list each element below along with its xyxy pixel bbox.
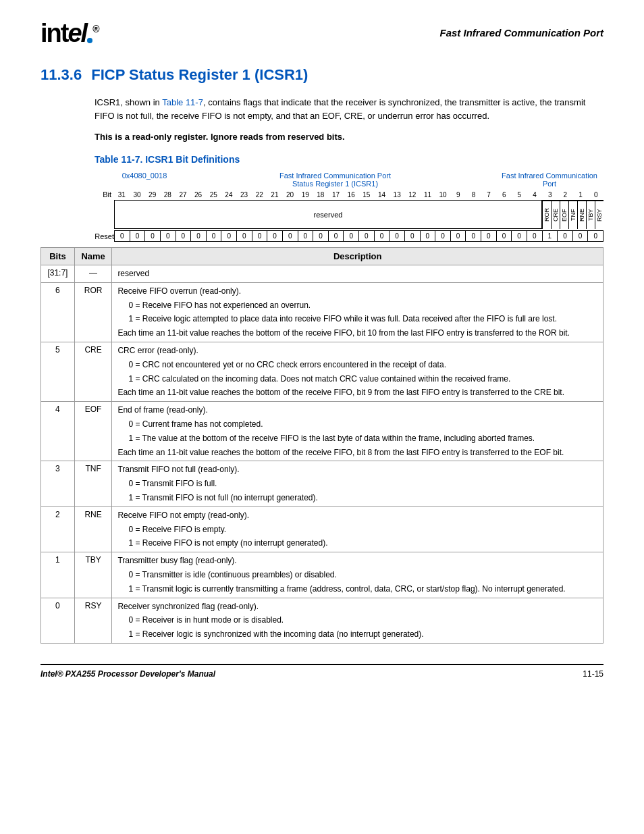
reset-value-cell: 0 — [451, 231, 466, 242]
desc-paragraph: 0 = CRC not encountered yet or no CRC ch… — [117, 359, 597, 371]
bit-number-row: Bit 313029282726252423222120191817161514… — [95, 190, 603, 199]
reset-value-cell: 0 — [329, 231, 344, 242]
reset-value-cell: 0 — [435, 231, 451, 242]
reg-named-bit-cell: RNE — [577, 201, 586, 229]
description-cell: Transmit FIFO not full (read-only).0 = T… — [112, 461, 603, 506]
reset-value-cell: 0 — [344, 231, 359, 242]
table-row: 2RNEReceive FIFO not empty (read-only).0… — [41, 506, 603, 552]
desc-paragraph: 0 = Receiver is in hunt mode or is disab… — [117, 615, 597, 626]
bit-number-cell: 6 — [496, 191, 512, 199]
desc-paragraph: Receive FIFO not empty (read-only). — [117, 510, 597, 521]
reset-value-cell: 0 — [252, 231, 268, 242]
bit-number-cell: 30 — [130, 191, 145, 199]
reg-named-bits: RORCREEOFTNFRNETBYRSY — [542, 201, 603, 229]
reset-value-cell: 0 — [405, 231, 421, 242]
reg-named-bit-cell: EOF — [560, 201, 568, 229]
name-cell: TNF — [74, 461, 112, 506]
description-cell: Receive FIFO overrun (read-only).0 = Rec… — [112, 282, 603, 342]
reset-value-cell: 0 — [313, 231, 329, 242]
reset-value-cell: 0 — [588, 231, 603, 242]
desc-paragraph: CRC error (read-only). — [117, 345, 597, 357]
description-cell: reserved — [112, 265, 603, 283]
name-cell: ROR — [74, 282, 112, 342]
section-title: FICP Status Register 1 (ICSR1) — [91, 66, 308, 83]
bit-number-cell: 26 — [190, 191, 206, 199]
reset-value-cell: 1 — [543, 231, 558, 242]
reg-named-bit-cell: RSY — [595, 201, 603, 229]
bits-cell: 4 — [41, 402, 75, 461]
reg-named-bit-cell: TBY — [586, 201, 595, 229]
desc-paragraph: 1 = CRC calculated on the incoming data.… — [117, 373, 597, 385]
reset-value-cell: 0 — [145, 231, 161, 242]
header-title: Fast Infrared Communication Port — [439, 20, 603, 38]
reset-value-cell: 0 — [267, 231, 283, 242]
desc-paragraph: Each time an 11-bit value reaches the bo… — [117, 328, 597, 339]
bit-number-cell: 9 — [450, 191, 466, 199]
reset-value-cell: 0 — [176, 231, 192, 242]
bold-note: This is a read-only register. Ignore rea… — [95, 132, 603, 142]
reg-header-row: 0x4080_0018 Fast Infrared Communication … — [95, 172, 603, 188]
bit-label: Bit — [95, 190, 111, 199]
reset-cells: 00000000000000000000000000001000 — [114, 230, 603, 242]
desc-paragraph: 0 = Transmitter is idle (continuous prea… — [117, 569, 597, 581]
bit-number-cell: 0 — [588, 191, 603, 199]
bit-number-cell: 15 — [359, 191, 375, 199]
reg-reserved: reserved — [115, 201, 542, 229]
bits-cell: 1 — [41, 552, 75, 598]
table-row: 0RSYReceiver synchronized flag (read-onl… — [41, 598, 603, 643]
reset-value-cell: 0 — [527, 231, 543, 242]
desc-paragraph: 1 = Receiver logic is synchronized with … — [117, 629, 597, 640]
bit-number-cell: 14 — [374, 191, 390, 199]
reset-value-cell: 0 — [573, 231, 589, 242]
desc-paragraph: 1 = Receive FIFO is not empty (no interr… — [117, 538, 597, 549]
desc-paragraph: Transmit FIFO not full (read-only). — [117, 464, 597, 475]
reset-value-cell: 0 — [115, 231, 130, 242]
table-body: [31:7]—reserved6RORReceive FIFO overrun … — [41, 265, 603, 644]
reset-row: Reset 00000000000000000000000000001000 — [95, 230, 603, 242]
bits-cell: 6 — [41, 282, 75, 342]
bit-number-cell: 11 — [420, 191, 435, 199]
bit-number-cell: 24 — [221, 191, 237, 199]
description-cell: CRC error (read-only).0 = CRC not encoun… — [112, 342, 603, 401]
reset-label: Reset — [95, 232, 114, 240]
intel-logo: intel® — [41, 20, 98, 46]
desc-paragraph: Receiver synchronized flag (read-only). — [117, 601, 597, 613]
bit-number-cell: 25 — [206, 191, 221, 199]
bit-number-cell: 23 — [236, 191, 252, 199]
page-footer: Intel® PXA255 Processor Developer's Manu… — [41, 664, 603, 679]
footer-left: Intel® PXA255 Processor Developer's Manu… — [41, 669, 215, 679]
desc-paragraph: reserved — [117, 268, 597, 280]
body-intro: ICSR1, shown in Table 11-7, contains fla… — [95, 96, 603, 122]
reset-value-cell: 0 — [497, 231, 512, 242]
col-header-description: Description — [112, 248, 603, 265]
desc-paragraph: End of frame (read-only). — [117, 405, 597, 416]
description-cell: Receive FIFO not empty (read-only).0 = R… — [112, 506, 603, 552]
col-header-name: Name — [74, 248, 112, 265]
table-row: 4EOFEnd of frame (read-only).0 = Current… — [41, 402, 603, 461]
footer-right: 11-15 — [583, 669, 603, 679]
bits-cell: 2 — [41, 506, 75, 552]
table-row: 1TBYTransmitter busy flag (read-only).0 … — [41, 552, 603, 598]
table-link[interactable]: Table 11-7 — [162, 97, 203, 107]
reg-named-bit-cell: ROR — [542, 201, 551, 229]
reg-address: 0x4080_0018 — [122, 172, 167, 180]
reset-value-cell: 0 — [421, 231, 436, 242]
desc-paragraph: 0 = Current frame has not completed. — [117, 419, 597, 430]
bit-number-cell: 31 — [114, 191, 130, 199]
reg-grid: reserved RORCREEOFTNFRNETBYRSY — [114, 200, 603, 229]
description-cell: End of frame (read-only).0 = Current fra… — [112, 402, 603, 461]
bit-definitions-table: Bits Name Description [31:7]—reserved6RO… — [41, 247, 603, 644]
register-diagram: 0x4080_0018 Fast Infrared Communication … — [95, 172, 603, 242]
bit-number-cell: 12 — [404, 191, 420, 199]
reset-value-cell: 0 — [130, 231, 146, 242]
bit-number-cell: 2 — [558, 191, 573, 199]
description-cell: Receiver synchronized flag (read-only).0… — [112, 598, 603, 643]
bit-number-cell: 8 — [466, 191, 481, 199]
bit-number-cell: 29 — [144, 191, 160, 199]
reset-value-cell: 0 — [161, 231, 176, 242]
reg-center-label: Fast Infrared Communication Port Status … — [175, 172, 495, 188]
bits-cell: 5 — [41, 342, 75, 401]
name-cell: EOF — [74, 402, 112, 461]
reg-right-label: Fast Infrared Communication Port — [495, 172, 603, 188]
table-title: Table 11-7. ICSR1 Bit Definitions — [95, 154, 603, 165]
